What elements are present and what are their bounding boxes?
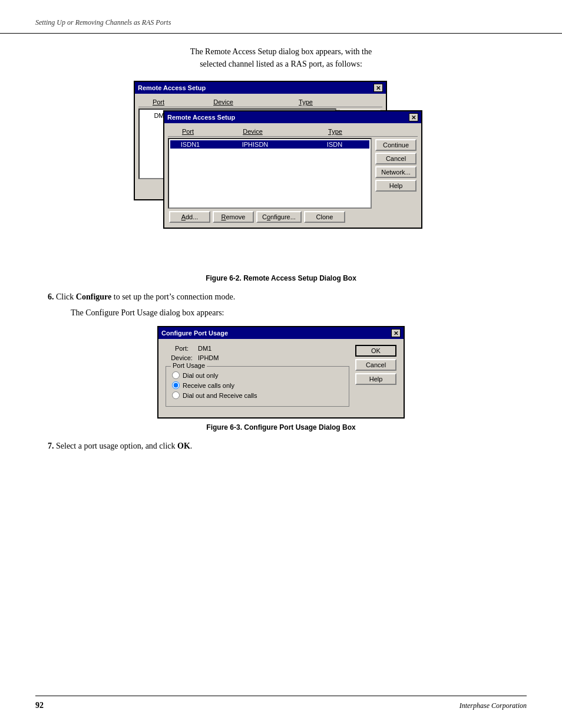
cpu-cancel-btn[interactable]: Cancel [355, 359, 396, 371]
front-col-type: Type [300, 128, 371, 135]
back-col-port: Port [141, 98, 176, 106]
radio-label-3: Dial out and Receive calls [183, 392, 257, 399]
back-col-device: Device [176, 98, 270, 106]
radio-receive-calls[interactable] [172, 381, 180, 389]
cpu-group-label: Port Usage [171, 362, 207, 369]
figure2-container: Remote Access Setup ✕ Port Device Type [35, 81, 527, 282]
front-row-type: ISDN [302, 141, 367, 148]
step6-text: 6. Click Configure to set up the port’s … [35, 291, 527, 303]
cpu-device-value: IPHDM [198, 354, 219, 361]
radio-dial-receive[interactable] [172, 391, 180, 399]
front-content-area: ISDN1 IPHISDN ISDN Continue Cancel Netwo… [168, 138, 418, 209]
front-remove-btn[interactable]: Remove [213, 211, 254, 223]
cpu-layout: Port: DM1 Device: IPHDM Port Usage [166, 345, 396, 411]
front-bottom-buttons: Add... Remove Configure... Clone [168, 209, 418, 224]
step7-pre: Select a port usage option, and click [56, 442, 177, 450]
front-clone-btn[interactable]: Clone [304, 211, 345, 223]
cpu-device-label: Device: [166, 354, 198, 361]
front-col-port: Port [170, 128, 206, 135]
footer-company: Interphase Corporation [459, 701, 527, 710]
page-header: Setting Up or Removing Channels as RAS P… [0, 0, 562, 34]
cpu-port-label: Port: [166, 345, 198, 352]
dialog-front-titlebar: Remote Access Setup ✕ [164, 111, 421, 123]
content-area: The Remote Access Setup dialog box appea… [0, 45, 562, 452]
radio-dial-out-only[interactable] [172, 371, 180, 379]
cpu-right-buttons: OK Cancel Help [355, 345, 396, 411]
figure3-container: Configure Port Usage ✕ Port: DM1 Device: [35, 326, 527, 431]
figure2-caption: Figure 6-2. Remote Access Setup Dialog B… [35, 274, 527, 282]
dialog-back-titlebar: Remote Access Setup ✕ [135, 82, 386, 94]
dialog-front-body: Port Device Type ISDN1 IPHISDN ISDN [164, 123, 421, 228]
back-table-header: Port Device Type [138, 97, 382, 107]
cpu-device-row: Device: IPHDM [166, 354, 349, 361]
radio-row-1: Dial out only [172, 371, 343, 379]
step6-bold: Configure [76, 292, 111, 301]
header-title: Setting Up or Removing Channels as RAS P… [35, 18, 171, 27]
front-help-btn[interactable]: Help [375, 180, 416, 192]
cpu-left: Port: DM1 Device: IPHDM Port Usage [166, 345, 349, 411]
page-container: Setting Up or Removing Channels as RAS P… [0, 0, 562, 728]
intro-text: The Remote Access Setup dialog box appea… [35, 45, 527, 70]
dialog-front-close[interactable]: ✕ [409, 113, 418, 121]
intro-line1: The Remote Access Setup dialog box appea… [190, 47, 372, 56]
intro-line2: selected channel listed as a RAS port, a… [200, 60, 362, 68]
front-table-header: Port Device Type [168, 127, 418, 137]
radio-label-2: Receive calls only [183, 382, 234, 389]
step7-bold: OK [177, 442, 190, 450]
cpu-body: Port: DM1 Device: IPHDM Port Usage [158, 339, 404, 417]
front-network-btn[interactable]: Network... [375, 166, 416, 178]
footer-page-num: 92 [35, 701, 44, 710]
radio-label-1: Dial out only [183, 372, 219, 379]
page-footer: 92 Interphase Corporation [35, 696, 527, 710]
figure3-caption: Figure 6-3. Configure Port Usage Dialog … [35, 423, 527, 431]
cpu-port-usage-group: Port Usage Dial out only Receive calls o… [166, 366, 349, 407]
step6-subtext: The Configure Port Usage dialog box appe… [71, 307, 527, 319]
cpu-dialog: Configure Port Usage ✕ Port: DM1 Device: [157, 326, 405, 419]
cpu-port-row: Port: DM1 [166, 345, 349, 352]
front-configure-btn[interactable]: Configure... [256, 211, 302, 223]
front-row-device: IPHISDN [208, 141, 302, 148]
cpu-help-btn[interactable]: Help [355, 373, 396, 385]
step6-after: to set up the port’s connection mode. [111, 292, 235, 301]
cpu-ok-btn[interactable]: OK [355, 345, 396, 357]
front-list-area: ISDN1 IPHISDN ISDN [168, 138, 372, 209]
step7-after: . [190, 442, 193, 450]
dialog-back-title: Remote Access Setup [138, 84, 206, 91]
step7-number: 7. [48, 442, 54, 450]
front-row-port: ISDN1 [173, 141, 208, 148]
front-continue-btn[interactable]: Continue [375, 139, 416, 151]
back-col-type: Type [270, 98, 341, 106]
cpu-titlebar: Configure Port Usage ✕ [158, 327, 404, 339]
dialog-front: Remote Access Setup ✕ Port Device Type [163, 110, 422, 229]
nested-dialog-wrapper: Remote Access Setup ✕ Port Device Type [134, 81, 428, 269]
cpu-title: Configure Port Usage [161, 330, 228, 337]
step6-pre: Click [56, 292, 76, 301]
radio-row-3: Dial out and Receive calls [172, 391, 343, 399]
dialog-front-title: Remote Access Setup [167, 114, 235, 121]
cpu-port-value: DM1 [198, 345, 211, 352]
cpu-close[interactable]: ✕ [391, 329, 401, 337]
step6-number: 6. [48, 292, 54, 301]
dialog-back-close[interactable]: ✕ [373, 84, 383, 92]
front-cancel-btn[interactable]: Cancel [375, 153, 416, 164]
step7-text: 7. Select a port usage option, and click… [35, 440, 527, 452]
front-col-device: Device [206, 128, 300, 135]
front-table-row: ISDN1 IPHISDN ISDN [170, 140, 369, 149]
front-buttons: Continue Cancel Network... Help [374, 138, 418, 209]
front-add-btn[interactable]: Add... [169, 211, 210, 223]
radio-row-2: Receive calls only [172, 381, 343, 389]
